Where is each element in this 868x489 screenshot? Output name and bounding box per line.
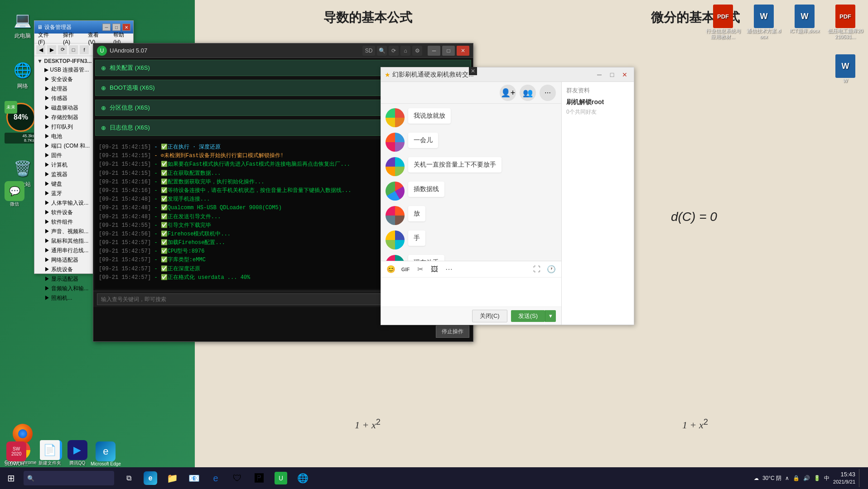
uandroid-close[interactable]: ✕ bbox=[457, 46, 469, 56]
chat-maximize[interactable]: □ bbox=[607, 70, 617, 80]
close-chat-btn[interactable]: 关闭(C) bbox=[472, 310, 507, 322]
avatar bbox=[386, 206, 405, 225]
math-title-left: 导数的基本公式 bbox=[323, 9, 412, 26]
history-icon[interactable]: 🕐 bbox=[545, 263, 558, 276]
taskbar-antivirus[interactable]: 🛡 bbox=[227, 467, 248, 489]
section-boot-label: BOOT选项 (X6S) bbox=[110, 84, 155, 92]
start-button[interactable]: ⊞ bbox=[0, 467, 22, 489]
show-desktop-btn[interactable] bbox=[859, 469, 864, 487]
taskbar-ie[interactable]: e bbox=[205, 467, 227, 489]
toolbar-back[interactable]: ◀ bbox=[36, 45, 45, 54]
device-manager-maximize[interactable]: □ bbox=[112, 24, 121, 31]
firefox-globe-icon bbox=[18, 429, 27, 438]
toolbar-forward[interactable]: ▶ bbox=[47, 45, 56, 54]
section-boot-icon: ⊕ bbox=[101, 85, 106, 91]
task-view-icon: ⧉ bbox=[126, 474, 131, 482]
toolbar-icon2[interactable]: f bbox=[80, 45, 89, 54]
message-row: 关机一直按音量上下不要放手 bbox=[386, 157, 557, 176]
device-manager-menu: 文件(F) 操作(A) 查看(V) 帮助(H) bbox=[34, 34, 133, 43]
taskbar-file[interactable]: 📁 bbox=[161, 467, 183, 489]
file-icon-word3[interactable]: W W bbox=[827, 54, 863, 84]
chat-minimize[interactable]: ─ bbox=[594, 70, 605, 80]
uandroid-separator bbox=[424, 46, 426, 56]
chat-more-icon[interactable]: ⋯ bbox=[540, 85, 556, 101]
toolbar-refresh[interactable]: ⟳ bbox=[58, 45, 67, 54]
send-dropdown-btn[interactable]: ▾ bbox=[545, 310, 556, 322]
taskbar-globe[interactable]: 🌐 bbox=[292, 467, 313, 489]
message-row: 我说放就放 bbox=[386, 108, 557, 127]
device-manager-close[interactable]: ✕ bbox=[122, 24, 130, 31]
avatar bbox=[386, 108, 405, 127]
section-config-icon: ⊕ bbox=[101, 65, 106, 72]
taskbar-edge[interactable]: e bbox=[140, 467, 161, 489]
chat-controls: ─ □ ✕ bbox=[594, 70, 630, 80]
taskbar-task-view[interactable]: ⧉ bbox=[118, 467, 140, 489]
collapsed-window-x[interactable]: ✕ bbox=[469, 67, 477, 75]
stop-operation-btn[interactable]: 停止操作 bbox=[436, 326, 469, 338]
file-icon-pdf1[interactable]: PDF 行业信息系统与应用教材... bbox=[705, 5, 741, 40]
edge-dock[interactable]: e Microsoft Edge bbox=[91, 441, 121, 466]
computer-icon: 💻 bbox=[12, 9, 34, 31]
more-tools-icon[interactable]: ⋯ bbox=[443, 263, 455, 276]
message-row: 现在放手 bbox=[386, 255, 557, 261]
video-label: 腾讯QQ bbox=[69, 460, 86, 466]
chat-contact-name: 刷机解锁root bbox=[566, 98, 629, 106]
uandroid-sd-icon[interactable]: SD bbox=[362, 46, 375, 56]
chat-window: ★ 幻影刷机通硬改刷机救砖交... ─ □ ✕ 👤+ 👥 ⋯ 我说放就放一会儿关… bbox=[381, 67, 634, 325]
uandroid-maximize[interactable]: □ bbox=[442, 46, 455, 56]
chat-star-icon: ★ bbox=[385, 71, 391, 78]
uandroid-home-icon[interactable]: ⌂ bbox=[400, 46, 410, 56]
uandroid-search-icon[interactable]: 🔍 bbox=[377, 46, 387, 56]
tray-icons: ☁ bbox=[754, 475, 759, 481]
expand-icon[interactable]: ⛶ bbox=[530, 263, 543, 276]
chat-close[interactable]: ✕ bbox=[619, 70, 630, 80]
gif-icon[interactable]: GIF bbox=[399, 263, 412, 276]
weather-icon: ☁ bbox=[754, 475, 759, 481]
chat-add-user-icon[interactable]: 👤+ bbox=[500, 85, 516, 101]
uandroid-settings-icon[interactable]: ⚙ bbox=[412, 46, 422, 56]
taskbar-pihole[interactable]: 🅿 bbox=[248, 467, 270, 489]
menu-action[interactable]: 操作(A) bbox=[61, 30, 81, 46]
message-bubble: 放 bbox=[408, 206, 425, 221]
emoji-icon[interactable]: 😊 bbox=[385, 263, 397, 276]
tray-lock-icon: 🔒 bbox=[793, 475, 800, 481]
chat-contact-info: 0个共同好友 bbox=[566, 108, 629, 116]
chat-titlebar: ★ 幻影刷机通硬改刷机救砖交... ─ □ ✕ bbox=[381, 67, 634, 82]
message-bubble: 现在放手 bbox=[408, 255, 444, 261]
taskbar-mail[interactable]: 📧 bbox=[183, 467, 205, 489]
taskbar-uandroid[interactable]: U bbox=[270, 467, 292, 489]
chat-input-field[interactable] bbox=[381, 278, 561, 305]
device-manager-minimize[interactable]: ─ bbox=[102, 24, 111, 31]
desktop-icons-right: PDF 行业信息系统与应用教材... W 通信技术方案.docx W ICT题库… bbox=[705, 5, 863, 44]
message-row: 插数据线 bbox=[386, 182, 557, 201]
pdf2-icon: PDF bbox=[835, 5, 855, 28]
newfile-icon: 📄 bbox=[40, 440, 60, 460]
taskbar-search[interactable]: 🔍 bbox=[24, 471, 114, 485]
send-btn[interactable]: 发送(S) bbox=[511, 310, 545, 322]
chat-users-icon[interactable]: 👥 bbox=[520, 85, 536, 101]
file-icon-pdf2[interactable]: PDF 低压电工题库20210531... bbox=[827, 5, 863, 40]
file-icon-word1[interactable]: W 通信技术方案.docx bbox=[746, 5, 782, 40]
uandroid-title: UAndroid 5.07 bbox=[110, 47, 362, 54]
newfile-dock[interactable]: 📄 新建文件夹 bbox=[39, 440, 61, 466]
scissors-icon[interactable]: ✂ bbox=[414, 263, 426, 276]
tree-computer-icon: ▼ bbox=[37, 58, 44, 64]
file-icon-word2[interactable]: W ICT题库,docx bbox=[786, 5, 823, 40]
globe-taskbar-icon: 🌐 bbox=[297, 473, 309, 484]
uandroid-refresh-icon[interactable]: ⟳ bbox=[389, 46, 399, 56]
system3-dock[interactable]: SW2020 SLDWOR... bbox=[5, 441, 28, 466]
tray-lang: 中 bbox=[824, 475, 829, 482]
toolbar-icon1[interactable]: □ bbox=[69, 45, 78, 54]
menu-file[interactable]: 文件(F) bbox=[36, 30, 56, 46]
image-icon[interactable]: 🖼 bbox=[428, 263, 441, 276]
desktop-icon-firefox[interactable] bbox=[5, 424, 41, 444]
clock-time: 15:43 bbox=[833, 470, 855, 479]
message-row: 手 bbox=[386, 230, 557, 249]
video-dock[interactable]: ▶ 腾讯QQ bbox=[68, 440, 87, 466]
chat-toolbar: 😊 GIF ✂ 🖼 ⋯ ⛶ 🕐 bbox=[381, 261, 561, 278]
device-manager-controls: ─ □ ✕ bbox=[102, 24, 130, 31]
app-badge: 未来 bbox=[5, 101, 17, 114]
wechat-container[interactable]: 💬 微信 bbox=[5, 181, 24, 207]
uandroid-minimize[interactable]: ─ bbox=[428, 46, 440, 56]
word3-icon-container[interactable]: W W bbox=[827, 54, 863, 88]
